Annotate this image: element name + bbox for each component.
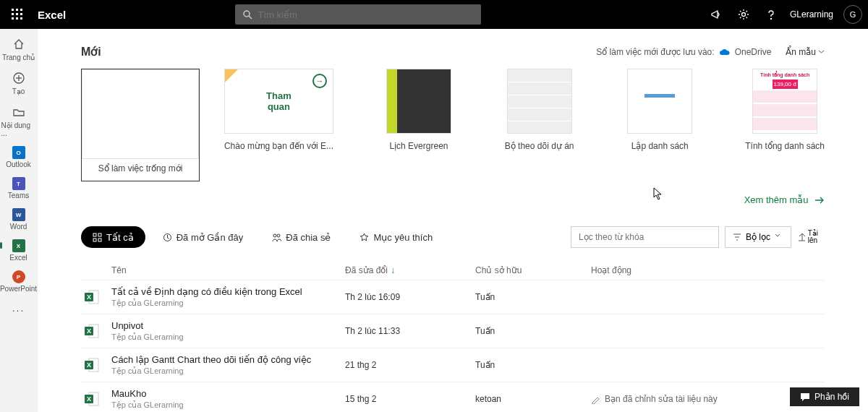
- svg-rect-4: [16, 13, 18, 15]
- feedback-button[interactable]: Phản hồi: [790, 387, 859, 406]
- table-row[interactable]: XUnpivotTệp của GLerarningTh 2 lúc 11:33…: [81, 314, 825, 348]
- pill-shared[interactable]: Đã chia sẻ: [260, 226, 342, 248]
- svg-point-11: [741, 13, 745, 17]
- chevron-down-icon: [818, 48, 825, 55]
- clock-icon: [163, 233, 172, 242]
- rail-teams-label: Teams: [8, 192, 29, 199]
- search-box[interactable]: [235, 4, 481, 25]
- rail-content-label: Nội dung ...: [1, 121, 36, 137]
- search-input[interactable]: [258, 9, 474, 20]
- svg-point-9: [244, 11, 250, 17]
- svg-point-12: [770, 18, 771, 19]
- settings-icon[interactable]: [735, 6, 752, 23]
- cell-owner: ketoan: [475, 394, 591, 404]
- svg-rect-16: [93, 233, 96, 236]
- onedrive-label[interactable]: OneDrive: [735, 47, 772, 57]
- rail-content[interactable]: Nội dung ...: [1, 104, 36, 137]
- filter-keyword-input[interactable]: [571, 226, 719, 248]
- plus-circle-icon: [12, 72, 25, 85]
- cell-modified: Th 2 lúc 11:33: [345, 326, 475, 336]
- col-modified[interactable]: Đã sửa đổi↓: [345, 265, 475, 275]
- cell-owner: Tuấn: [475, 326, 591, 336]
- svg-line-10: [249, 16, 252, 19]
- user-avatar[interactable]: G: [843, 5, 862, 24]
- rail-more[interactable]: ···: [11, 304, 27, 316]
- cell-modified: 15 thg 2: [345, 394, 475, 404]
- cell-modified: 21 thg 2: [345, 360, 475, 370]
- cell-owner: Tuấn: [475, 292, 591, 302]
- rail-word[interactable]: W Word: [1, 208, 36, 231]
- upload-button[interactable]: Tải lên: [797, 226, 825, 248]
- table-row[interactable]: XTất cả về Định dạng có điều kiện trong …: [81, 280, 825, 314]
- svg-point-22: [277, 234, 280, 237]
- svg-rect-18: [93, 239, 96, 241]
- word-icon: W: [12, 208, 25, 221]
- svg-text:X: X: [87, 327, 91, 335]
- template-sum-list[interactable]: Tính tổng danh sách 139,00 đ Tính tổng d…: [745, 69, 825, 181]
- filter-dropdown-button[interactable]: Bộ lọc: [725, 226, 791, 248]
- grid-icon: [93, 233, 102, 242]
- upload-icon: [797, 232, 805, 242]
- megaphone-icon[interactable]: [707, 6, 725, 23]
- star-icon: [359, 233, 369, 242]
- cell-modified: Th 2 lúc 16:09: [345, 292, 475, 302]
- rail-powerpoint[interactable]: P PowerPoint: [1, 270, 36, 293]
- rail-outlook[interactable]: O Outlook: [1, 146, 36, 168]
- svg-rect-8: [20, 17, 22, 20]
- template-project-tracker[interactable]: Bộ theo dõi dự án: [504, 69, 574, 181]
- speech-bubble-icon: [800, 392, 810, 401]
- outlook-icon: O: [12, 146, 25, 159]
- svg-rect-0: [12, 9, 14, 11]
- new-section-title: Mới: [81, 45, 101, 59]
- save-location-info: Sổ làm việc mới được lưu vào: OneDrive: [596, 47, 771, 57]
- rail-teams[interactable]: T Teams: [1, 177, 36, 199]
- filter-icon: [733, 233, 741, 241]
- template-evergreen[interactable]: Lịch Evergreen: [383, 69, 454, 181]
- filters-row: Tất cả Đã mở Gần đây Đã chia sẻ Mục yêu …: [81, 226, 825, 248]
- col-name[interactable]: Tên: [111, 265, 345, 275]
- svg-rect-17: [98, 233, 101, 236]
- rail-create-label: Tạo: [12, 87, 25, 95]
- rail-home[interactable]: Trang chủ: [1, 36, 36, 61]
- pill-all[interactable]: Tất cả: [81, 226, 145, 248]
- table-row[interactable]: XMauKhoTệp của GLerarning15 thg 2ketoanB…: [81, 382, 825, 412]
- file-name: Cách lập Gantt Chart theo dõi tiến độ cô…: [111, 354, 345, 365]
- file-excel-icon: X: [84, 357, 100, 373]
- file-excel-icon: X: [84, 323, 100, 339]
- rail-excel[interactable]: X Excel: [1, 239, 36, 262]
- template-tour[interactable]: Tham quan Chào mừng bạn đến với E...: [224, 69, 333, 181]
- pill-recent[interactable]: Đã mở Gần đây: [151, 226, 255, 248]
- excel-icon: X: [12, 239, 25, 252]
- sort-down-icon: ↓: [391, 265, 395, 275]
- rail-create[interactable]: Tạo: [1, 70, 36, 95]
- main-panel: Mới Sổ làm việc mới được lưu vào: OneDri…: [38, 29, 868, 412]
- rail-outlook-label: Outlook: [6, 160, 30, 168]
- file-name: MauKho: [111, 388, 345, 399]
- table-row[interactable]: XCách lập Gantt Chart theo dõi tiến độ c…: [81, 348, 825, 382]
- svg-rect-6: [12, 17, 14, 20]
- hide-templates-button[interactable]: Ẩn mẫu: [786, 47, 825, 57]
- arrow-right-icon: [814, 197, 825, 204]
- file-excel-icon: X: [84, 391, 100, 407]
- svg-text:X: X: [87, 395, 91, 403]
- template-blank[interactable]: Sổ làm việc trống mới: [81, 69, 200, 181]
- app-launcher[interactable]: [6, 3, 29, 26]
- svg-text:X: X: [87, 293, 91, 301]
- more-templates-link[interactable]: Xem thêm mẫu: [744, 194, 809, 205]
- file-name: Tất cả về Định dạng có điều kiện trong E…: [111, 286, 345, 297]
- top-header: Excel GLerarning G: [0, 0, 868, 29]
- chevron-down-icon: [775, 233, 783, 241]
- file-location: Tệp của GLerarning: [111, 366, 345, 376]
- pill-favorites[interactable]: Mục yêu thích: [348, 226, 444, 248]
- col-activity[interactable]: Hoạt động: [591, 265, 825, 275]
- svg-rect-19: [98, 239, 101, 241]
- file-name: Unpivot: [111, 320, 345, 331]
- template-make-list[interactable]: Lập danh sách: [625, 69, 695, 181]
- help-icon[interactable]: [762, 6, 780, 23]
- home-icon: [12, 38, 25, 51]
- svg-point-21: [273, 234, 276, 237]
- col-owner[interactable]: Chủ sở hữu: [475, 265, 591, 275]
- rail-ppt-label: PowerPoint: [0, 285, 37, 293]
- rail-excel-label: Excel: [9, 254, 27, 262]
- user-name[interactable]: GLerarning: [790, 9, 833, 20]
